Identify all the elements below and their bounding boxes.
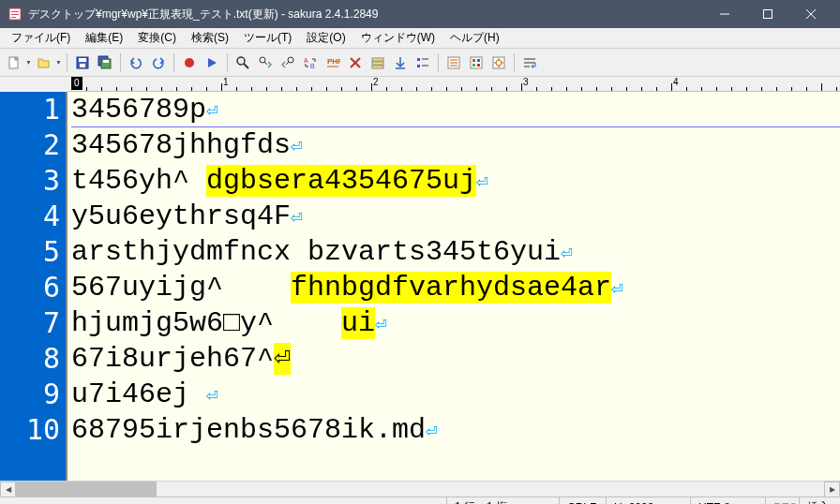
- text-line[interactable]: 68795irjenbs5678ik.md⏎: [71, 412, 840, 448]
- save-all-button[interactable]: [95, 52, 115, 73]
- menubar: ファイル(F) 編集(E) 変換(C) 検索(S) ツール(T) 設定(O) ウ…: [0, 28, 840, 49]
- minimize-button[interactable]: [703, 0, 746, 28]
- eol-icon: ⏎: [476, 171, 488, 195]
- clear-mark-button[interactable]: [345, 52, 366, 73]
- text-segment: hjumjg5w6□y^: [71, 307, 341, 339]
- window-controls: [703, 0, 832, 28]
- menu-search[interactable]: 検索(S): [184, 28, 236, 48]
- line-number: 10: [0, 412, 60, 448]
- eol-icon: ⏎: [561, 243, 573, 266]
- titlebar: デスクトップ¥mgr¥wp¥正規表現_テスト.txt(更新) - sakura …: [0, 0, 840, 28]
- highlighted-text: ui: [341, 307, 375, 339]
- outline-button[interactable]: [412, 52, 433, 73]
- svg-rect-32: [417, 58, 420, 61]
- text-line[interactable]: 67i8urjeh67^⏎: [71, 341, 840, 377]
- menu-window[interactable]: ウィンドウ(W): [353, 28, 442, 48]
- text-area[interactable]: 3456789p⏎345678jhhgfds⏎t456yh^ dgbsera43…: [68, 92, 840, 481]
- maximize-button[interactable]: [746, 0, 789, 28]
- editor: 12345678910 3456789p⏎345678jhhgfds⏎t456y…: [0, 92, 840, 481]
- text-line[interactable]: y5u6eythrsq4F⏎: [71, 199, 840, 234]
- svg-rect-30: [372, 66, 383, 68]
- line-number: 2: [0, 127, 60, 163]
- text-line[interactable]: t456yh^ dgbsera4354675uj⏎: [71, 163, 840, 199]
- eol-icon: ⏎: [611, 278, 623, 302]
- search-button[interactable]: [232, 52, 253, 73]
- scroll-track[interactable]: [16, 482, 824, 497]
- type-list-button[interactable]: [443, 52, 464, 73]
- status-insert-mode[interactable]: 挿入: [799, 497, 840, 504]
- window-title: デスクトップ¥mgr¥wp¥正規表現_テスト.txt(更新) - sakura …: [28, 7, 703, 22]
- record-macro-button[interactable]: [179, 52, 200, 73]
- svg-rect-42: [477, 59, 480, 62]
- line-number-gutter: 12345678910: [0, 92, 68, 481]
- menu-help[interactable]: ヘルプ(H): [442, 28, 507, 48]
- text-segment: t456yh^: [71, 165, 206, 197]
- scroll-right-button[interactable]: ▶: [824, 482, 840, 497]
- replace-button[interactable]: AB: [300, 52, 321, 73]
- scroll-thumb[interactable]: [16, 482, 157, 497]
- text-segment: 345678jhhgfds: [71, 129, 291, 161]
- svg-line-21: [286, 62, 289, 65]
- eol-icon: ⏎: [375, 314, 387, 337]
- menu-file[interactable]: ファイル(F): [4, 28, 78, 48]
- scroll-left-button[interactable]: ◀: [0, 482, 16, 497]
- line-number: 9: [0, 377, 60, 412]
- svg-rect-28: [372, 58, 383, 61]
- line-number: 3: [0, 163, 60, 199]
- jump-button[interactable]: [390, 52, 411, 73]
- svg-rect-29: [372, 62, 383, 65]
- statusbar: 1 行 1 桁 CRLF U+0033 UTF-8 REC 挿入: [0, 497, 840, 504]
- menu-tool[interactable]: ツール(T): [236, 28, 299, 48]
- redo-button[interactable]: [148, 52, 169, 73]
- highlighted-text: dgbsera4354675uj: [206, 165, 476, 197]
- dropdown-icon[interactable]: ▼: [25, 59, 32, 66]
- search-mark-button[interactable]: PHP: [322, 52, 343, 73]
- search-prev-button[interactable]: [278, 52, 298, 73]
- status-position: 1 行 1 桁: [446, 497, 559, 504]
- line-number: 8: [0, 341, 60, 377]
- status-rec[interactable]: REC: [765, 497, 799, 504]
- svg-point-15: [185, 58, 194, 67]
- undo-button[interactable]: [126, 52, 146, 73]
- search-next-button[interactable]: [255, 52, 276, 73]
- open-file-button[interactable]: [34, 52, 54, 73]
- menu-edit[interactable]: 編集(E): [78, 28, 130, 48]
- text-line[interactable]: 567uyijg^ fhnbgdfvarhydsae4ar⏎: [71, 270, 840, 305]
- text-segment: arsthjydmfncx bzvarts345t6yui: [71, 236, 561, 268]
- text-line[interactable]: 345678jhhgfds⏎: [71, 127, 840, 163]
- grep-button[interactable]: [368, 52, 388, 73]
- status-codepoint: U+0033: [606, 497, 690, 504]
- text-line[interactable]: 3456789p⏎: [71, 92, 840, 127]
- horizontal-scrollbar[interactable]: ◀ ▶: [0, 481, 840, 497]
- close-button[interactable]: [789, 0, 832, 28]
- save-button[interactable]: [72, 52, 93, 73]
- svg-line-19: [264, 62, 267, 65]
- play-macro-button[interactable]: [202, 52, 222, 73]
- text-line[interactable]: hjumjg5w6□y^ ui⏎: [71, 305, 840, 341]
- menu-setting[interactable]: 設定(O): [299, 28, 352, 48]
- dropdown-icon[interactable]: ▼: [55, 59, 62, 66]
- svg-point-16: [237, 57, 245, 65]
- common-settings-button[interactable]: [488, 52, 509, 73]
- svg-rect-10: [79, 58, 86, 62]
- highlighted-text: ⏎: [274, 343, 291, 375]
- toolbar-separator: [438, 53, 439, 72]
- new-file-button[interactable]: [4, 52, 24, 73]
- eol-icon: ⏎: [291, 136, 303, 159]
- settings-button[interactable]: [466, 52, 487, 73]
- toolbar-separator: [514, 53, 515, 72]
- toolbar-separator: [67, 53, 68, 72]
- ruler-position: 0: [71, 77, 82, 90]
- svg-line-17: [244, 64, 248, 68]
- text-line[interactable]: arsthjydmfncx bzvarts345t6yui⏎: [71, 234, 840, 270]
- wrap-settings-button[interactable]: [519, 52, 540, 73]
- svg-text:PHP: PHP: [327, 57, 340, 66]
- svg-rect-2: [11, 14, 19, 15]
- menu-convert[interactable]: 変換(C): [130, 28, 184, 48]
- text-line[interactable]: u7i46ej ⏎: [71, 377, 840, 412]
- toolbar-separator: [227, 53, 228, 72]
- text-segment: u7i46ej: [71, 378, 206, 410]
- toolbar-separator: [120, 53, 121, 72]
- svg-rect-1: [11, 11, 19, 12]
- text-segment: 3456789p: [71, 94, 206, 126]
